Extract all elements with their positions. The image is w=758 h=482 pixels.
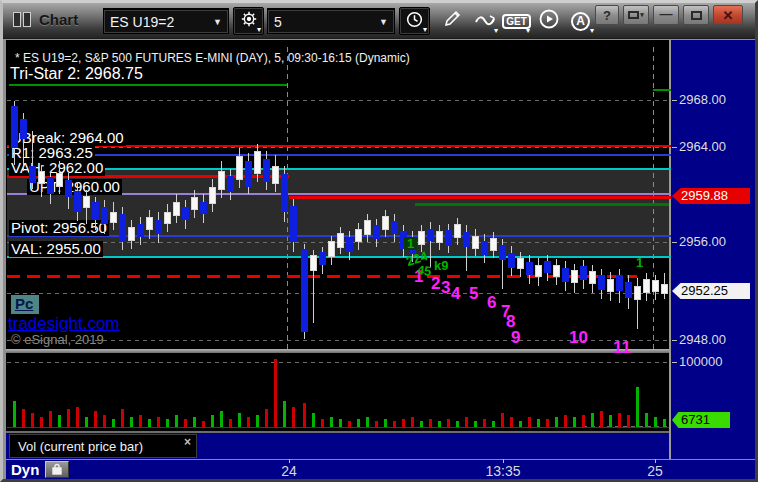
symbol-value: ES U19=2 [110, 14, 174, 30]
price-axis[interactable] [671, 40, 758, 480]
price-pane[interactable] [6, 40, 671, 349]
close-button[interactable]: ✕ [713, 5, 743, 25]
chevron-down-icon: ▾ [494, 26, 498, 35]
symbol-settings-button[interactable]: ▾ [233, 7, 264, 35]
minimize-button[interactable]: — [653, 5, 679, 25]
maximize-icon [691, 11, 702, 20]
popout-window-icon [628, 11, 639, 19]
window-title: Chart [39, 11, 78, 28]
volume-study-tab[interactable]: Vol (current price bar) × [9, 434, 197, 458]
close-icon[interactable]: × [184, 435, 191, 449]
get-data-button[interactable]: GET ▾ [501, 7, 532, 35]
maximize-button[interactable] [683, 5, 709, 25]
interval-value: 5 [274, 14, 282, 30]
popout-button[interactable]: ▾ [623, 5, 649, 25]
dynamic-mode-label: Dyn [11, 461, 39, 478]
time-template-button[interactable]: ▾ [399, 7, 430, 35]
title-bar[interactable]: Chart ES U19=2 ▼ ▾ 5 ▼ ▾ [3, 3, 755, 39]
chart-window: Chart ES U19=2 ▼ ▾ 5 ▼ ▾ [0, 0, 758, 482]
volume-pane-border [6, 431, 671, 433]
help-icon: ? [603, 8, 611, 23]
chevron-down-icon: ▾ [590, 26, 594, 35]
chevron-down-icon: ▾ [640, 11, 644, 19]
chevron-down-icon: ▾ [526, 26, 530, 35]
play-icon [538, 8, 560, 34]
pane-right-border [669, 40, 671, 459]
trend-zigzag-icon [473, 8, 497, 34]
tri-star-label: Tri-Star 2: 2968.75 [10, 65, 143, 83]
a-circle-icon: A [571, 12, 590, 31]
play-button[interactable] [533, 7, 564, 35]
pc-badge: Pc [11, 295, 39, 314]
clock-icon [405, 10, 424, 33]
draw-tool-button[interactable] [436, 7, 467, 35]
volume-pane[interactable] [6, 353, 671, 431]
lock-icon [51, 461, 63, 479]
minimize-icon: — [660, 6, 673, 21]
interval-combo[interactable]: 5 ▼ [267, 8, 395, 34]
volume-tab-label: Vol (current price bar) [18, 439, 143, 454]
chevron-down-icon: ▼ [371, 17, 388, 27]
help-button[interactable]: ? [595, 5, 619, 25]
copyright-text: © eSignal, 2019 [11, 332, 104, 347]
pencil-icon [441, 8, 463, 34]
chart-symbol-header: * ES U19=2, S&P 500 FUTURES E-MINI (DAY)… [15, 51, 410, 65]
time-axis[interactable] [6, 459, 758, 480]
watermark-site[interactable]: tradesight.com [8, 314, 120, 334]
time-lock-button[interactable] [45, 461, 69, 478]
gear-icon [240, 10, 258, 32]
symbol-combo[interactable]: ES U19=2 ▼ [103, 8, 229, 34]
line-study-button[interactable]: ▾ [469, 7, 500, 35]
chart-panes-icon [13, 12, 33, 27]
auto-analysis-button[interactable]: A ▾ [565, 7, 596, 35]
chevron-down-icon: ▼ [205, 17, 222, 27]
chevron-down-icon: ▾ [257, 25, 261, 34]
close-icon: ✕ [723, 8, 734, 23]
chevron-down-icon: ▾ [423, 25, 427, 34]
